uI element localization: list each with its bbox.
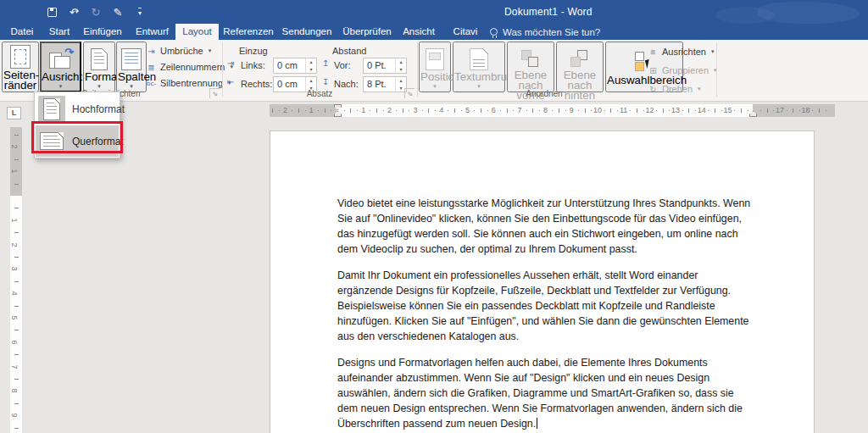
tab-layout[interactable]: Layout: [175, 24, 219, 40]
umbrueche-button[interactable]: ⇥ Umbrüche▾: [146, 43, 220, 58]
ruler-number: 18: [802, 106, 810, 114]
tab-referenzen[interactable]: Referenzen: [220, 24, 276, 40]
hyphenation-icon: bc-: [146, 80, 157, 87]
tell-me-label: Was möchten Sie tun?: [503, 27, 600, 37]
ruler-tick: [396, 110, 397, 111]
customize-qat-button[interactable]: ▾: [129, 3, 151, 21]
zeilennummern-button[interactable]: ≣ Zeilennummern▾: [146, 59, 220, 75]
paragraph[interactable]: Damit Ihr Dokument ein professionelles A…: [337, 268, 754, 344]
paragraph[interactable]: Designs und Formatvorlagen helfen auch d…: [337, 355, 754, 431]
undo-button[interactable]: ↶▾: [63, 3, 85, 21]
ruler-tick: [14, 159, 19, 160]
ruler-tick: [461, 110, 462, 111]
ruler-tick: [585, 108, 586, 113]
ruler-number: 1: [309, 106, 314, 114]
seite-einrichten-dialog-launcher[interactable]: ⇘: [209, 88, 220, 98]
line-numbers-icon: ≣: [146, 63, 157, 72]
vor-spinner[interactable]: 0 Pt. ▴▾: [363, 58, 407, 74]
ruler-tick: [370, 110, 370, 111]
ruler-tick: [376, 108, 377, 113]
ruler-tick: [513, 110, 514, 111]
ruler-tick: [565, 110, 566, 111]
ruler-tick: [435, 110, 436, 111]
ruler-tick: [14, 208, 19, 208]
links-value[interactable]: 0 cm: [274, 58, 305, 73]
tab-einfuegen[interactable]: Einfügen: [78, 24, 127, 40]
document-page[interactable]: Video bietet eine leistungsstarke Möglic…: [270, 130, 815, 433]
spalten-button[interactable]: Spalten ▾: [116, 42, 147, 92]
menu-item-hochformat[interactable]: Hochformat: [36, 93, 119, 125]
quick-edit-button[interactable]: ✎: [107, 3, 129, 21]
ruler-tick: [305, 110, 306, 111]
page-size-icon: [91, 48, 108, 70]
spin-down-icon[interactable]: ▾: [396, 66, 406, 74]
ruler-tick: [14, 306, 19, 307]
ruler-number: 3: [10, 267, 19, 271]
ruler-tick: [422, 110, 423, 111]
ruler-tick: [454, 108, 455, 113]
left-indent-marker[interactable]: [334, 111, 342, 117]
tab-ansicht[interactable]: Ansicht: [397, 24, 441, 40]
position-button[interactable]: Position ▾: [419, 42, 451, 92]
redo-button[interactable]: ↻: [85, 3, 107, 21]
text-wrap-icon: [470, 48, 488, 70]
ausrichten-button[interactable]: ≡ Ausrichten▾: [648, 44, 715, 59]
ruler-number: 2: [10, 145, 19, 149]
ruler-tick: [14, 428, 19, 429]
ruler-number: 7: [517, 106, 521, 114]
paragraph[interactable]: Video bietet eine leistungsstarke Möglic…: [337, 196, 754, 257]
save-button[interactable]: [41, 3, 63, 21]
seitenraender-button[interactable]: Seiten- ränder: [2, 42, 39, 92]
tab-stop-selector[interactable]: L: [7, 107, 21, 119]
tab-datei[interactable]: Datei: [5, 24, 39, 40]
ebene-nach-hinten-button[interactable]: Ebene nach hinten: [556, 42, 604, 92]
ruler-tick: [715, 108, 715, 113]
first-line-indent-marker[interactable]: [334, 104, 342, 110]
position-icon: [426, 48, 444, 70]
format-button[interactable]: Format ▾: [83, 42, 115, 92]
ruler-tick: [474, 110, 475, 111]
ebene-nach-vorne-button[interactable]: Ebene nach vorne: [507, 42, 554, 92]
tab-entwurf[interactable]: Entwurf: [129, 24, 175, 40]
tab-sendungen[interactable]: Sendungen: [278, 24, 336, 40]
rechts-label: Rechts:: [241, 79, 272, 89]
textumbruch-button[interactable]: Textumbruch ▾: [453, 42, 505, 92]
ruler-tick: [292, 110, 292, 111]
right-indent-marker[interactable]: [749, 111, 757, 117]
tab-start[interactable]: Start: [42, 24, 76, 40]
vor-label: Vor:: [334, 60, 351, 70]
ruler-tick: [682, 110, 683, 111]
spin-up-icon[interactable]: ▴: [306, 58, 316, 66]
ruler-tick: [331, 110, 331, 111]
lightbulb-icon: [490, 28, 498, 36]
absatz-dialog-launcher[interactable]: ⇘: [404, 88, 415, 98]
ruler-tick: [14, 281, 19, 282]
ausrichtung-button[interactable]: ↷ Ausrichtung ▾: [40, 42, 81, 92]
ruler-number: 17: [776, 106, 784, 114]
undo-dropdown-caret[interactable]: ▾: [75, 8, 79, 15]
menu-item-querformat[interactable]: Querformat: [36, 125, 119, 157]
v-ruler[interactable]: 21123456789: [10, 127, 22, 433]
spin-up-icon[interactable]: ▴: [396, 77, 406, 85]
tell-me-search[interactable]: Was möchten Sie tun?: [490, 24, 600, 40]
gruppieren-button[interactable]: ⊞ Gruppieren▾: [648, 63, 717, 78]
vor-value[interactable]: 0 Pt.: [364, 58, 395, 73]
h-ruler[interactable]: 211234567891011121314151718: [270, 104, 835, 117]
ruler-tick: [708, 110, 709, 111]
ruler-tick: [532, 108, 533, 113]
ruler-number: 2: [10, 242, 19, 247]
ruler-tick: [767, 108, 768, 113]
spin-up-icon[interactable]: ▴: [396, 58, 406, 66]
links-spinner[interactable]: 0 cm ▴▾: [273, 58, 317, 74]
ruler-tick: [507, 108, 508, 113]
ruler-tick: [403, 108, 403, 113]
ruler-tick: [643, 110, 644, 111]
ruler-tick: [14, 330, 19, 330]
tab-citavi[interactable]: Citavi: [448, 24, 483, 40]
spin-up-icon[interactable]: ▴: [306, 77, 316, 85]
tab-ueberpruefen[interactable]: Überprüfen: [339, 24, 395, 40]
ruler-tick: [357, 110, 358, 111]
ruler-tick: [350, 108, 351, 113]
ruler-tick: [663, 108, 664, 113]
spin-down-icon[interactable]: ▾: [306, 66, 316, 74]
